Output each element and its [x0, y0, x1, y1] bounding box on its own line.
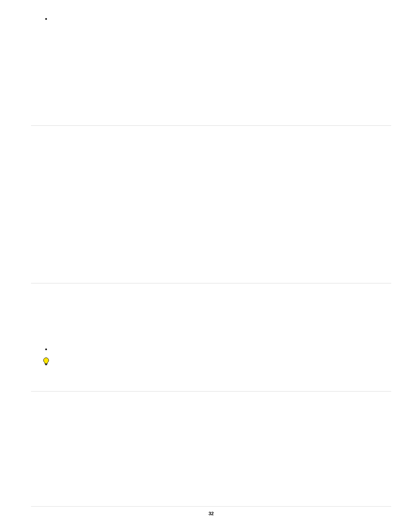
- footer-divider: [31, 506, 391, 507]
- page-footer: 32: [31, 506, 391, 516]
- content-area: 32: [31, 0, 391, 532]
- divider: [31, 283, 391, 283]
- divider: [31, 391, 391, 392]
- page-number: 32: [31, 511, 391, 516]
- svg-rect-1: [45, 365, 47, 365]
- document-page: 32: [0, 0, 411, 532]
- bullet-icon: [45, 18, 47, 20]
- lightbulb-icon: [43, 358, 49, 366]
- divider: [31, 125, 391, 126]
- bullet-icon: [45, 348, 47, 350]
- svg-rect-0: [45, 364, 47, 364]
